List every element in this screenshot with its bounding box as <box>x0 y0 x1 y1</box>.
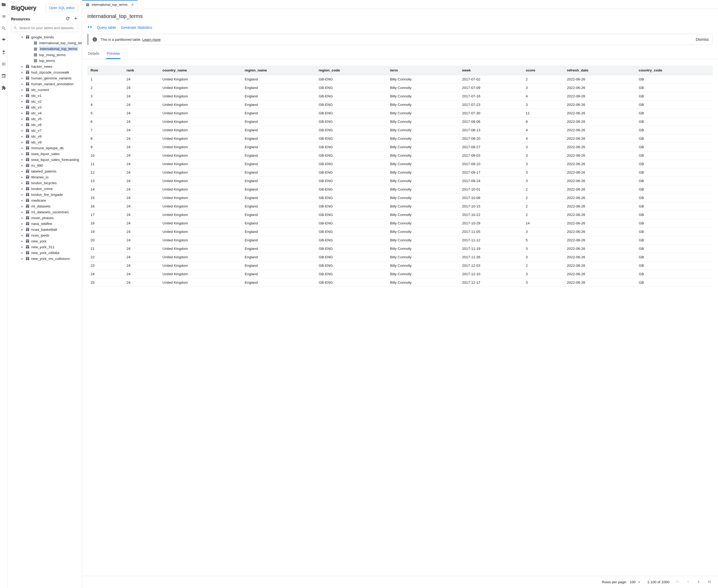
dataset-item[interactable]: ▸idc_v6 <box>7 122 82 128</box>
dataset-item[interactable]: ▸idc_v4 <box>7 110 82 116</box>
table-row[interactable]: 524United KingdomEnglandGB-ENGBilly Conn… <box>87 109 713 118</box>
schedule-icon[interactable] <box>1 74 6 79</box>
table-row[interactable]: 1024United KingdomEnglandGB-ENGBilly Con… <box>87 151 713 160</box>
shape-icon[interactable] <box>1 38 6 43</box>
dataset-item[interactable]: ▸idc_v2 <box>7 99 82 104</box>
column-header[interactable]: term <box>387 66 459 75</box>
column-header[interactable]: score <box>522 66 563 75</box>
table-row[interactable]: 2524United KingdomEnglandGB-ENGBilly Con… <box>87 278 713 287</box>
search-input[interactable] <box>11 24 78 32</box>
table-item[interactable]: top_terms <box>7 58 82 64</box>
table-row[interactable]: 2324United KingdomEnglandGB-ENGBilly Con… <box>87 261 713 270</box>
dataset-item[interactable]: ▸london_crime <box>7 186 82 192</box>
column-header[interactable]: refresh_date <box>563 66 636 75</box>
table-row[interactable]: 124United KingdomEnglandGB-ENGBilly Conn… <box>87 75 713 84</box>
learn-more-link[interactable]: Learn more <box>142 38 161 42</box>
table-row[interactable]: 1424United KingdomEnglandGB-ENGBilly Con… <box>87 185 713 194</box>
table-row[interactable]: 224United KingdomEnglandGB-ENGBilly Conn… <box>87 84 713 92</box>
dataset-item[interactable]: ▸hacker_news <box>7 64 82 69</box>
column-header[interactable]: country_name <box>159 66 242 75</box>
dismiss-button[interactable]: Dismiss <box>696 37 709 42</box>
dataset-item[interactable]: ▸idc_v9 <box>7 139 82 145</box>
prev-page-button[interactable] <box>686 579 691 585</box>
dataset-item[interactable]: ▸human_genome_variants <box>7 75 82 81</box>
dataset-item[interactable]: ▸nces_ipeds <box>7 232 82 238</box>
table-row[interactable]: 824United KingdomEnglandGB-ENGBilly Conn… <box>87 134 713 143</box>
add-icon[interactable] <box>73 16 78 22</box>
dataset-item[interactable]: ▸irs_990 <box>7 163 82 168</box>
refresh-icon[interactable] <box>65 16 70 22</box>
table-row[interactable]: 1724United KingdomEnglandGB-ENGBilly Con… <box>87 211 713 219</box>
dataset-item[interactable]: ▸labeled_patents <box>7 168 82 174</box>
table-row[interactable]: 1324United KingdomEnglandGB-ENGBilly Con… <box>87 177 713 185</box>
dataset-item[interactable]: ▸human_variant_annotation <box>7 81 82 87</box>
column-header[interactable]: region_name <box>242 66 315 75</box>
next-page-button[interactable] <box>696 579 701 585</box>
query-history-icon[interactable] <box>1 26 6 31</box>
column-header[interactable]: week <box>459 66 522 75</box>
dataset-item[interactable]: ▸london_fire_brigade <box>7 192 82 197</box>
table-row[interactable]: 424United KingdomEnglandGB-ENGBilly Conn… <box>87 101 713 109</box>
last-page-button[interactable] <box>707 579 712 585</box>
table-row[interactable]: 1124United KingdomEnglandGB-ENGBilly Con… <box>87 160 713 168</box>
expand-icon[interactable] <box>87 25 92 30</box>
dataset-item[interactable]: ▸idc_v5 <box>7 116 82 122</box>
table-row[interactable]: 2224United KingdomEnglandGB-ENGBilly Con… <box>87 253 713 261</box>
table-row[interactable]: 724United KingdomEnglandGB-ENGBilly Conn… <box>87 126 713 134</box>
tab-details[interactable]: Details <box>87 49 100 59</box>
table-row[interactable]: 1224United KingdomEnglandGB-ENGBilly Con… <box>87 168 713 177</box>
table-row[interactable]: 1524United KingdomEnglandGB-ENGBilly Con… <box>87 194 713 202</box>
dataset-item[interactable]: ▸idc_v3 <box>7 104 82 110</box>
open-sql-editor-button[interactable]: Open SQL editor <box>45 4 78 12</box>
column-header[interactable]: country_code <box>636 66 713 75</box>
dataset-item[interactable]: ▸new_york_mv_collisions <box>7 256 82 261</box>
column-header[interactable]: rank <box>123 66 159 75</box>
dataset-item[interactable]: ▸nasa_wildfire <box>7 221 82 227</box>
table-row[interactable]: 2424United KingdomEnglandGB-ENGBilly Con… <box>87 270 713 278</box>
column-header[interactable]: Row <box>87 66 123 75</box>
dataset-item[interactable]: ▸idc_v8 <box>7 133 82 139</box>
dataset-item[interactable]: ▸london_bicycles <box>7 180 82 186</box>
dataset-item[interactable]: ▸new_york <box>7 238 82 244</box>
dataset-item[interactable]: ▸ml_datasets_uscentral1 <box>7 209 82 215</box>
dataset-item[interactable]: ▸idc_current <box>7 87 82 92</box>
table-row[interactable]: 1624United KingdomEnglandGB-ENGBilly Con… <box>87 202 713 211</box>
table-row[interactable]: 1824United KingdomEnglandGB-ENGBilly Con… <box>87 219 713 228</box>
dataset-item[interactable]: ▸idc_v1 <box>7 92 82 99</box>
dataset-item[interactable]: ▸medicare <box>7 197 82 203</box>
table-row[interactable]: 924United KingdomEnglandGB-ENGBilly Conn… <box>87 143 713 151</box>
generate-stats-link[interactable]: Generate Statistics <box>121 25 152 30</box>
table-item[interactable]: international_top_terms <box>7 46 82 52</box>
table-item[interactable]: top_rising_terms <box>7 52 82 58</box>
dataset-item[interactable]: ▸ncaa_basketball <box>7 227 82 232</box>
table-container[interactable]: Rowrankcountry_nameregion_nameregion_cod… <box>87 66 713 576</box>
list-icon[interactable] <box>1 14 6 20</box>
editor-tab[interactable]: international_top_terms × <box>82 0 138 9</box>
diamond-icon[interactable] <box>1 50 6 55</box>
dataset-item[interactable]: ▸libraries_io <box>7 174 82 180</box>
dataset-item[interactable]: ▸idc_v7 <box>7 128 82 133</box>
table-row[interactable]: 2024United KingdomEnglandGB-ENGBilly Con… <box>87 236 713 245</box>
table-row[interactable]: 2124United KingdomEnglandGB-ENGBilly Con… <box>87 245 713 253</box>
dataset-item[interactable]: ▸iowa_liquor_sales_forecasting <box>7 157 82 163</box>
column-header[interactable]: region_code <box>315 66 387 75</box>
extension-icon[interactable] <box>1 85 6 91</box>
table-row[interactable]: 324United KingdomEnglandGB-ENGBilly Conn… <box>87 92 713 101</box>
dataset-item[interactable]: ▸moon_phases <box>7 215 82 221</box>
dataset-item[interactable]: ▸hud_zipcode_crosswalk <box>7 69 82 75</box>
dataset-item[interactable]: ▾google_trends <box>7 34 82 40</box>
dataset-item[interactable]: ▸iowa_liquor_sales <box>7 151 82 157</box>
first-page-button[interactable] <box>675 579 680 585</box>
table-row[interactable]: 624United KingdomEnglandGB-ENGBilly Conn… <box>87 118 713 126</box>
query-table-link[interactable]: Query table <box>97 25 116 30</box>
dataset-item[interactable]: ▸new_york_311 <box>7 244 82 250</box>
table-item[interactable]: international_top_rising_terms <box>7 40 82 46</box>
tab-preview[interactable]: Preview <box>106 49 121 59</box>
dataset-item[interactable]: ▸immune_epitope_db <box>7 145 82 151</box>
dataset-item[interactable]: ▸ml_datasets <box>7 203 82 209</box>
close-icon[interactable]: × <box>131 2 134 7</box>
table-row[interactable]: 1924United KingdomEnglandGB-ENGBilly Con… <box>87 228 713 236</box>
resource-tree[interactable]: ▾google_trendsinternational_top_rising_t… <box>7 34 82 588</box>
folder-icon[interactable] <box>1 2 6 8</box>
dataset-item[interactable]: ▸new_york_citibike <box>7 250 82 256</box>
